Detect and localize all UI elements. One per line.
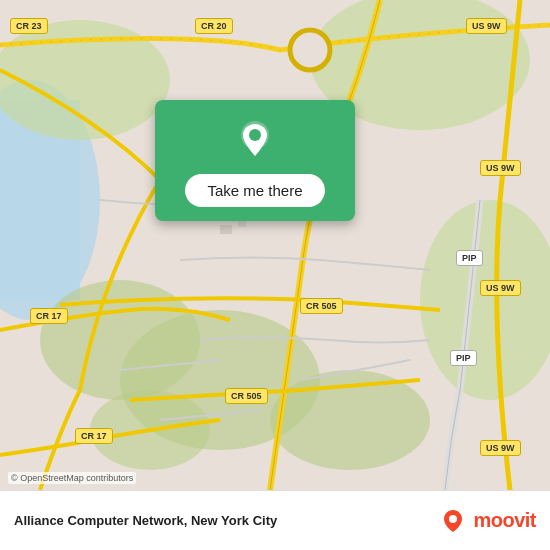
map-container: CR 20 CR 23 US 9W US 9W US 9W US 9W PIP … xyxy=(0,0,550,490)
road-badge-cr17-2: CR 17 xyxy=(75,428,113,444)
moovit-logo: moovit xyxy=(439,507,536,535)
osm-attribution: © OpenStreetMap contributors xyxy=(8,472,136,484)
svg-rect-16 xyxy=(238,220,246,227)
road-badge-us9w-1: US 9W xyxy=(466,18,507,34)
svg-point-19 xyxy=(449,515,457,523)
road-badge-cr505-2: CR 505 xyxy=(225,388,268,404)
road-badge-us9w-2: US 9W xyxy=(480,160,521,176)
road-badge-cr17-1: CR 17 xyxy=(30,308,68,324)
take-me-there-button[interactable]: Take me there xyxy=(185,174,324,207)
moovit-text: moovit xyxy=(473,509,536,532)
road-badge-us9w-4: US 9W xyxy=(480,440,521,456)
location-name: Alliance Computer Network, New York City xyxy=(14,513,277,528)
moovit-icon xyxy=(439,507,467,535)
svg-rect-15 xyxy=(220,225,232,234)
bottom-bar: Alliance Computer Network, New York City… xyxy=(0,490,550,550)
road-badge-cr20-top: CR 20 xyxy=(195,18,233,34)
bottom-left-info: Alliance Computer Network, New York City xyxy=(14,513,277,528)
svg-point-18 xyxy=(249,129,261,141)
svg-point-10 xyxy=(290,30,330,70)
road-badge-pip-2: PIP xyxy=(450,350,477,366)
road-badge-cr23: CR 23 xyxy=(10,18,48,34)
road-badge-pip-1: PIP xyxy=(456,250,483,266)
location-pin-icon xyxy=(233,118,277,162)
road-badge-us9w-3: US 9W xyxy=(480,280,521,296)
road-badge-cr505-1: CR 505 xyxy=(300,298,343,314)
location-card: Take me there xyxy=(155,100,355,221)
